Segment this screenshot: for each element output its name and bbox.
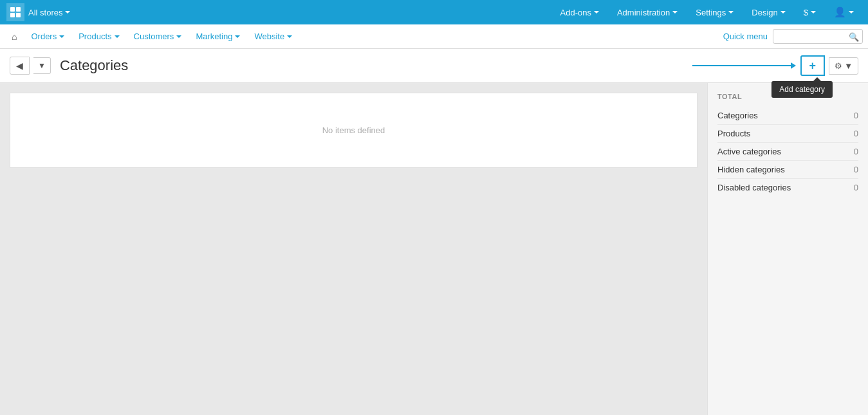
sidebar: TOTAL Categories 0 Products 0 Active cat… xyxy=(707,83,868,415)
search-icon[interactable]: 🔍 xyxy=(849,32,859,41)
orders-nav[interactable]: Orders xyxy=(24,28,71,45)
addons-caret-icon xyxy=(594,11,599,14)
quick-menu-area: Quick menu 🔍 xyxy=(723,29,863,44)
settings-nav-caret-icon xyxy=(728,11,734,14)
sidebar-row-hidden-categories: Hidden categories 0 xyxy=(717,161,858,179)
user-caret-icon xyxy=(849,11,854,14)
content-header: ◀ ▼ Categories + ⚙ ▼ Add category xyxy=(0,49,868,83)
second-bar: ⌂ Orders Products Customers Marketing We… xyxy=(0,24,868,49)
back-button[interactable]: ◀ xyxy=(10,57,30,75)
user-icon: 👤 xyxy=(834,6,846,18)
sidebar-count-categories: 0 xyxy=(854,111,858,120)
store-logo xyxy=(6,3,24,21)
sidebar-row-categories: Categories 0 xyxy=(717,107,858,125)
svg-rect-1 xyxy=(16,7,21,12)
page-title: Categories xyxy=(60,57,128,74)
sidebar-row-disabled-categories: Disabled categories 0 xyxy=(717,179,858,196)
marketing-caret-icon xyxy=(235,35,240,38)
add-category-tooltip: Add category xyxy=(771,81,833,98)
currency-nav[interactable]: $ xyxy=(796,4,824,21)
content-header-left: ◀ ▼ Categories xyxy=(10,57,128,75)
home-icon: ⌂ xyxy=(12,32,17,42)
svg-rect-3 xyxy=(16,13,21,17)
sidebar-count-products: 0 xyxy=(854,129,858,138)
settings-nav[interactable]: Settings xyxy=(688,4,741,21)
top-bar-nav: Add-ons Administration Settings Design $… xyxy=(553,3,862,22)
main-content: No items defined xyxy=(0,83,707,415)
addons-nav[interactable]: Add-ons xyxy=(553,4,607,21)
svg-rect-0 xyxy=(10,7,15,12)
products-caret-icon xyxy=(115,35,120,38)
administration-caret-icon xyxy=(672,11,678,14)
administration-nav[interactable]: Administration xyxy=(609,4,685,21)
content-header-right: + ⚙ ▼ Add category xyxy=(692,55,858,76)
sidebar-row-products: Products 0 xyxy=(717,125,858,143)
sidebar-label-active-categories: Active categories xyxy=(717,147,781,156)
sidebar-label-disabled-categories: Disabled categories xyxy=(717,183,791,192)
design-nav[interactable]: Design xyxy=(744,4,793,21)
sidebar-count-active-categories: 0 xyxy=(854,147,858,156)
marketing-nav[interactable]: Marketing xyxy=(189,28,246,45)
website-nav[interactable]: Website xyxy=(248,28,299,45)
empty-table: No items defined xyxy=(10,93,697,168)
customers-caret-icon xyxy=(176,35,181,38)
sidebar-label-products: Products xyxy=(717,129,750,138)
quick-menu-label[interactable]: Quick menu xyxy=(723,32,768,41)
orders-caret-icon xyxy=(59,35,64,38)
add-category-button[interactable]: + xyxy=(800,55,826,76)
design-caret-icon xyxy=(780,11,786,14)
sidebar-label-categories: Categories xyxy=(717,111,758,120)
gear-icon: ⚙ xyxy=(835,61,842,71)
store-selector[interactable]: All stores xyxy=(28,8,70,17)
website-caret-icon xyxy=(287,35,292,38)
arrow-indicator xyxy=(692,65,795,66)
search-wrapper: 🔍 xyxy=(773,29,863,44)
top-bar-left: All stores xyxy=(6,3,70,21)
settings-button[interactable]: ⚙ ▼ xyxy=(829,57,858,75)
user-nav[interactable]: 👤 xyxy=(826,3,862,22)
settings-caret-icon: ▼ xyxy=(844,61,853,71)
main-layout: No items defined TOTAL Categories 0 Prod… xyxy=(0,83,868,415)
back-dropdown-button[interactable]: ▼ xyxy=(33,57,51,74)
customers-nav[interactable]: Customers xyxy=(127,28,189,45)
sidebar-count-disabled-categories: 0 xyxy=(854,183,858,192)
top-bar: All stores Add-ons Administration Settin… xyxy=(0,0,868,24)
sidebar-count-hidden-categories: 0 xyxy=(854,165,858,174)
sidebar-row-active-categories: Active categories 0 xyxy=(717,143,858,161)
store-caret-icon xyxy=(65,11,70,14)
empty-message: No items defined xyxy=(322,125,385,135)
sidebar-label-hidden-categories: Hidden categories xyxy=(717,165,785,174)
currency-caret-icon xyxy=(811,11,816,14)
svg-rect-2 xyxy=(10,13,15,17)
home-nav[interactable]: ⌂ xyxy=(5,28,23,46)
products-nav[interactable]: Products xyxy=(72,28,125,45)
